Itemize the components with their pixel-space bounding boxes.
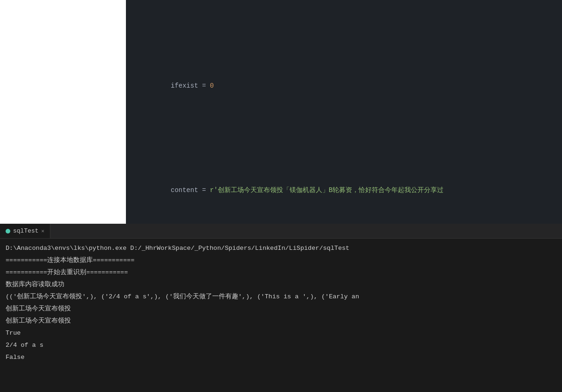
terminal-icon (6, 229, 10, 234)
terminal-area: sqlTest ✕ D:\Anaconda3\envs\lks\python.e… (0, 224, 562, 392)
left-panel (0, 0, 126, 224)
terminal-line: True (6, 327, 556, 339)
tab-label: sqlTest (13, 227, 39, 234)
terminal-line: 数据库内容读取成功 (6, 279, 556, 291)
terminal-line: ===========开始去重识别=========== (6, 267, 556, 279)
code-line: content = r'创新工场今天宣布领投「镁伽机器人」B轮募资，恰好符合今年… (126, 168, 562, 213)
terminal-line: 2/4 of a s (6, 339, 556, 351)
close-tab-button[interactable]: ✕ (42, 228, 45, 234)
editor-area: ifexist = 0 content = r'创新工场今天宣布领投「镁伽机器人… (0, 0, 562, 224)
terminal-line: 创新工场今天宣布领投 (6, 303, 556, 315)
terminal-tabs: sqlTest ✕ (0, 224, 562, 239)
code-content: ifexist = 0 content = r'创新工场今天宣布领投「镁伽机器人… (126, 0, 562, 224)
terminal-line: ===========连接本地数据库=========== (6, 254, 556, 267)
code-line: ifexist = 0 (126, 63, 562, 108)
terminal-line: D:\Anaconda3\envs\lks\python.exe D:/_Hhr… (6, 242, 556, 254)
terminal-line: False (6, 351, 556, 364)
terminal-line: 创新工场今天宣布领投 (6, 315, 556, 327)
terminal-output[interactable]: D:\Anaconda3\envs\lks\python.exe D:/_Hhr… (0, 239, 562, 392)
code-panel[interactable]: ifexist = 0 content = r'创新工场今天宣布领投「镁伽机器人… (126, 0, 562, 224)
terminal-line: (('创新工场今天宣布领投',), ('2/4 of a s',), ('我们今… (6, 291, 556, 303)
terminal-tab-sqltest[interactable]: sqlTest ✕ (0, 224, 50, 238)
